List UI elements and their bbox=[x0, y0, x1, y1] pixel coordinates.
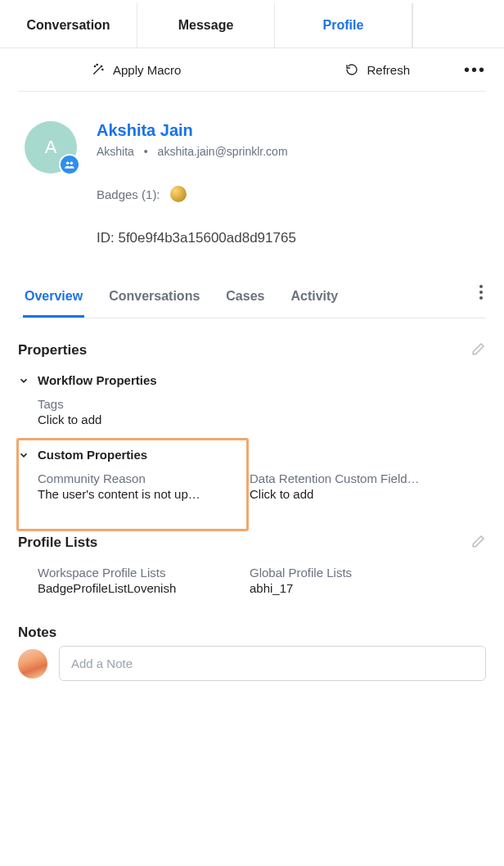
profile-header: A Akshita Jain Akshita • akshita.jain@sp… bbox=[0, 106, 504, 269]
more-actions-icon[interactable]: ••• bbox=[464, 61, 486, 78]
svg-point-5 bbox=[70, 162, 74, 165]
tab-conversation[interactable]: Conversation bbox=[0, 3, 137, 47]
badges-label: Badges (1): bbox=[97, 187, 160, 201]
custom-properties-toggle[interactable]: Custom Properties bbox=[18, 448, 486, 462]
profile-lists-title: Profile Lists bbox=[18, 534, 97, 551]
group-icon bbox=[59, 154, 80, 175]
profile-subtabs: Overview Conversations Cases Activity bbox=[18, 279, 486, 318]
tags-value[interactable]: Click to add bbox=[38, 413, 453, 426]
workspace-lists-label: Workspace Profile Lists bbox=[38, 566, 241, 580]
subtab-conversations[interactable]: Conversations bbox=[107, 279, 201, 318]
note-avatar bbox=[18, 649, 47, 679]
svg-point-4 bbox=[66, 162, 70, 165]
svg-point-0 bbox=[101, 65, 101, 66]
main-tabs: Conversation Message Profile bbox=[0, 3, 504, 48]
add-note-input[interactable] bbox=[59, 646, 486, 681]
global-lists-value[interactable]: abhi_17 bbox=[250, 581, 453, 595]
refresh-label: Refresh bbox=[367, 63, 410, 77]
edit-profile-lists-icon[interactable] bbox=[471, 534, 486, 551]
notes-title: Notes bbox=[18, 625, 486, 641]
magic-wand-icon bbox=[92, 63, 105, 76]
profile-email: akshita.jain@sprinklr.com bbox=[158, 145, 288, 158]
profile-name[interactable]: Akshita Jain bbox=[97, 121, 486, 140]
refresh-button[interactable]: Refresh bbox=[345, 63, 410, 77]
notes-section: Notes bbox=[0, 595, 504, 697]
global-lists-label: Global Profile Lists bbox=[250, 566, 453, 580]
badges-row: Badges (1): bbox=[97, 186, 486, 202]
community-reason-label: Community Reason bbox=[38, 471, 241, 485]
svg-point-1 bbox=[94, 65, 95, 66]
badge-icon[interactable] bbox=[170, 186, 187, 202]
custom-properties-title: Custom Properties bbox=[38, 448, 147, 462]
profile-meta: Akshita • akshita.jain@sprinklr.com bbox=[97, 145, 486, 158]
edit-properties-icon[interactable] bbox=[471, 341, 486, 359]
svg-point-2 bbox=[97, 64, 97, 65]
subtab-overview[interactable]: Overview bbox=[23, 279, 84, 318]
chevron-down-icon bbox=[18, 449, 29, 461]
subtab-activity[interactable]: Activity bbox=[289, 279, 340, 318]
properties-section: Properties Workflow Properties Tags Clic… bbox=[0, 318, 504, 501]
svg-point-3 bbox=[102, 69, 103, 70]
action-bar: Apply Macro Refresh ••• bbox=[0, 48, 504, 91]
apply-macro-button[interactable]: Apply Macro bbox=[92, 63, 181, 77]
data-retention-value[interactable]: Click to add bbox=[250, 487, 453, 501]
profile-handle: Akshita bbox=[97, 145, 134, 158]
refresh-icon bbox=[345, 63, 358, 76]
subtab-cases[interactable]: Cases bbox=[224, 279, 266, 318]
workflow-properties-title: Workflow Properties bbox=[38, 373, 157, 387]
data-retention-label: Data Retention Custom Field… bbox=[250, 471, 453, 485]
properties-title: Properties bbox=[18, 342, 87, 359]
avatar[interactable]: A bbox=[25, 121, 77, 174]
tags-label: Tags bbox=[38, 397, 453, 411]
tab-message[interactable]: Message bbox=[137, 3, 275, 47]
workflow-properties-toggle[interactable]: Workflow Properties bbox=[18, 373, 486, 387]
community-reason-value[interactable]: The user's content is not up… bbox=[38, 487, 241, 501]
profile-id: ID: 5f0e9f4b3a15600ad8d91765 bbox=[97, 230, 486, 246]
subtab-more-icon[interactable] bbox=[476, 282, 486, 314]
tab-profile[interactable]: Profile bbox=[275, 3, 412, 47]
chevron-down-icon bbox=[18, 375, 29, 386]
profile-lists-section: Profile Lists Workspace Profile Lists Ba… bbox=[0, 501, 504, 595]
workspace-lists-value[interactable]: BadgeProfileListLovenish bbox=[38, 581, 241, 595]
apply-macro-label: Apply Macro bbox=[113, 63, 181, 77]
